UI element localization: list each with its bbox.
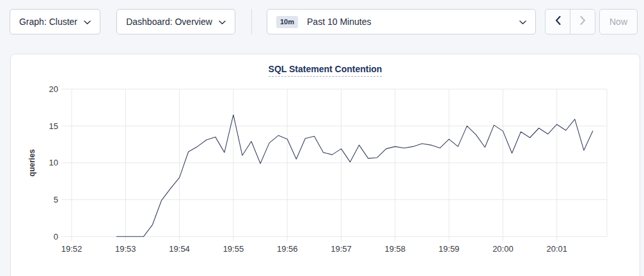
chevron-down-icon: [519, 16, 526, 27]
svg-text:19:55: 19:55: [223, 244, 244, 254]
svg-text:0: 0: [54, 232, 58, 241]
svg-text:queries: queries: [27, 149, 36, 176]
time-range-badge: 10m: [276, 16, 298, 28]
now-button[interactable]: Now: [599, 9, 638, 34]
svg-text:19:59: 19:59: [439, 244, 460, 254]
toolbar-divider: [251, 9, 252, 34]
svg-text:19:58: 19:58: [385, 244, 406, 254]
next-time-window-button[interactable]: [570, 10, 595, 34]
svg-text:5: 5: [54, 195, 58, 204]
svg-text:19:53: 19:53: [115, 244, 136, 254]
svg-text:19:56: 19:56: [277, 244, 298, 254]
svg-text:19:54: 19:54: [169, 244, 190, 254]
chevron-right-icon: [580, 16, 586, 27]
chart-card: SQL Statement Contention 0510152019:5219…: [10, 54, 640, 276]
chevron-down-icon: [219, 17, 226, 27]
graph-dropdown[interactable]: Graph: Cluster: [10, 9, 100, 34]
svg-text:20: 20: [49, 84, 58, 94]
time-range-label: Past 10 Minutes: [307, 17, 510, 27]
dashboard-dropdown[interactable]: Dashboard: Overview: [116, 9, 235, 34]
svg-text:19:52: 19:52: [61, 244, 82, 254]
svg-text:20:01: 20:01: [546, 244, 567, 254]
svg-text:20:00: 20:00: [492, 244, 514, 254]
svg-text:15: 15: [49, 121, 58, 131]
svg-text:19:57: 19:57: [331, 244, 352, 254]
svg-text:10: 10: [49, 158, 58, 167]
time-window-nav: [545, 9, 595, 34]
prev-time-window-button[interactable]: [546, 10, 570, 34]
chevron-down-icon: [84, 17, 91, 27]
graph-dropdown-label: Graph: Cluster: [19, 17, 77, 27]
now-button-label: Now: [609, 17, 627, 27]
dashboard-dropdown-label: Dashboard: Overview: [126, 17, 212, 27]
sql-contention-chart[interactable]: 0510152019:5219:5319:5419:5519:5619:5719…: [11, 54, 641, 265]
chevron-left-icon: [555, 16, 561, 27]
time-range-selector[interactable]: 10m Past 10 Minutes: [267, 9, 536, 34]
